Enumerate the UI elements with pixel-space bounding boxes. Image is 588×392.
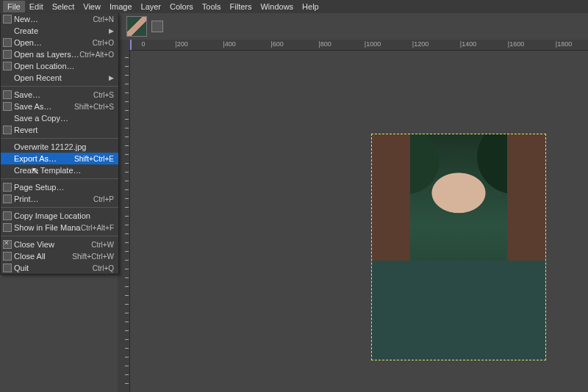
menu-item-quit[interactable]: QuitCtrl+Q: [1, 262, 118, 274]
menu-item-icon: [3, 240, 12, 249]
menu-item-label: Save a Copy…: [14, 114, 114, 123]
menu-item-icon: [3, 183, 12, 192]
submenu-arrow-icon: ▶: [109, 27, 114, 35]
ruler-mark: |1200: [412, 40, 429, 48]
menu-file[interactable]: File: [3, 1, 25, 12]
file-menu-dropdown[interactable]: New…Ctrl+NCreate▶Open…Ctrl+OOpen as Laye…: [0, 13, 119, 275]
menu-item-label: Revert: [14, 126, 114, 134]
menu-item-icon: [3, 102, 12, 111]
menu-item-create-template[interactable]: Create Template…: [1, 164, 118, 176]
ruler-mark: |600: [270, 40, 283, 48]
menu-item-shortcut: Shift+Ctrl+E: [74, 155, 114, 163]
menu-item-label: Page Setup…: [14, 183, 114, 192]
menu-item-icon: [3, 126, 12, 134]
menu-item-shortcut: Shift+Ctrl+W: [72, 253, 114, 261]
menu-colors[interactable]: Colors: [165, 1, 198, 12]
menu-item-close-view[interactable]: Close ViewCtrl+W: [1, 239, 118, 250]
menu-item-open-location[interactable]: Open Location…: [1, 60, 118, 72]
menu-item-label: Create: [14, 26, 109, 35]
menu-item-label: Save As…: [14, 102, 74, 111]
menu-item-overwrite-12122-jpg[interactable]: Overwrite 12122.jpg: [1, 141, 118, 153]
menu-item-icon: [3, 38, 12, 47]
ruler-mark: 0: [141, 40, 145, 48]
menu-item-create[interactable]: Create▶: [1, 25, 118, 37]
selection-marquee: [371, 134, 546, 360]
menu-item-shortcut: Ctrl+Q: [93, 264, 114, 272]
menu-item-icon: [3, 195, 12, 203]
menu-item-page-setup[interactable]: Page Setup…: [1, 181, 118, 193]
menu-item-label: Close View: [14, 240, 91, 249]
menu-item-label: Export As…: [14, 154, 74, 163]
menu-item-close-all[interactable]: Close AllShift+Ctrl+W: [1, 250, 118, 262]
menu-item-new[interactable]: New…Ctrl+N: [1, 13, 118, 25]
ruler-mark: |400: [223, 40, 235, 48]
menu-tools[interactable]: Tools: [198, 1, 226, 12]
menu-item-icon: [3, 50, 12, 59]
ruler-mark: |1600: [508, 40, 524, 48]
menu-item-shortcut: Ctrl+S: [93, 91, 114, 99]
menu-windows[interactable]: Windows: [256, 1, 298, 12]
menu-item-label: Print…: [14, 195, 93, 203]
menu-item-icon: [3, 15, 12, 23]
menu-item-revert[interactable]: Revert: [1, 124, 118, 136]
menu-item-open-as-layers[interactable]: Open as Layers…Ctrl+Alt+O: [1, 48, 118, 60]
toolbar-chip[interactable]: [151, 21, 163, 32]
ruler-mark: |1800: [556, 40, 572, 48]
menu-item-shortcut: Ctrl+W: [91, 241, 114, 249]
menu-item-shortcut: Ctrl+O: [93, 39, 114, 47]
menu-item-label: Create Template…: [14, 166, 114, 175]
menubar[interactable]: FileEditSelectViewImageLayerColorsToolsF…: [0, 0, 588, 13]
menu-item-label: Open…: [14, 38, 93, 47]
menu-item-shortcut: Ctrl+Alt+F: [81, 224, 114, 232]
menu-item-shortcut: Ctrl+P: [93, 195, 114, 203]
menu-item-shortcut: Ctrl+Alt+O: [79, 51, 114, 59]
menu-item-show-in-file-manager[interactable]: Show in File ManagerCtrl+Alt+F: [1, 222, 118, 233]
menu-item-label: Save…: [14, 90, 93, 99]
menu-select[interactable]: Select: [48, 1, 79, 12]
menu-item-icon: [3, 252, 12, 261]
menu-item-copy-image-location[interactable]: Copy Image Location: [1, 210, 118, 222]
menu-item-open-recent[interactable]: Open Recent▶: [1, 72, 118, 84]
ruler-mark: |1400: [460, 40, 476, 48]
canvas[interactable]: [371, 134, 546, 360]
menu-item-label: Quit: [14, 264, 93, 272]
menu-item-label: Show in File Manager: [14, 223, 81, 232]
menu-item-label: Copy Image Location: [14, 211, 114, 220]
menu-item-label: Close All: [14, 252, 72, 261]
menu-item-save[interactable]: Save…Ctrl+S: [1, 89, 118, 101]
menu-layer[interactable]: Layer: [137, 1, 166, 12]
menu-edit[interactable]: Edit: [25, 1, 48, 12]
menu-item-save-a-copy[interactable]: Save a Copy…: [1, 112, 118, 124]
menu-item-save-as[interactable]: Save As…Shift+Ctrl+S: [1, 101, 118, 112]
menu-item-icon: [3, 223, 12, 232]
menu-item-shortcut: Shift+Ctrl+S: [74, 103, 114, 111]
menu-item-icon: [3, 62, 12, 70]
menu-view[interactable]: View: [79, 1, 105, 12]
menu-item-icon: [3, 264, 12, 272]
menu-item-shortcut: Ctrl+N: [93, 15, 114, 23]
menu-item-label: Overwrite 12122.jpg: [14, 142, 114, 151]
menu-image[interactable]: Image: [105, 1, 137, 12]
menu-help[interactable]: Help: [298, 1, 323, 12]
menu-item-export-as[interactable]: Export As…Shift+Ctrl+E: [1, 153, 118, 164]
menu-item-label: Open Recent: [14, 73, 109, 82]
submenu-arrow-icon: ▶: [109, 74, 114, 81]
menu-item-open[interactable]: Open…Ctrl+O: [1, 37, 118, 48]
menu-filters[interactable]: Filters: [226, 1, 257, 12]
menu-item-label: Open Location…: [14, 62, 114, 70]
ruler-mark: |800: [318, 40, 331, 48]
ruler-mark: |1000: [365, 40, 381, 48]
document-thumbnail[interactable]: [126, 16, 147, 37]
ruler-vertical: [118, 50, 130, 392]
menu-item-print[interactable]: Print…Ctrl+P: [1, 193, 118, 205]
ruler-mark: |200: [175, 40, 187, 48]
menu-item-label: Open as Layers…: [14, 50, 79, 59]
menu-item-icon: [3, 90, 12, 99]
menu-item-label: New…: [14, 15, 93, 23]
menu-item-icon: [3, 211, 12, 220]
